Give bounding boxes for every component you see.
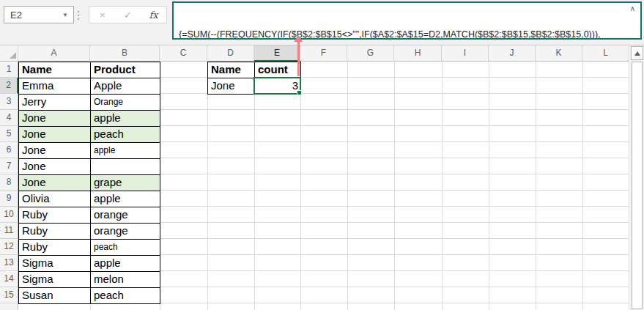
column-header-j[interactable]: J: [489, 45, 536, 62]
table-row: Rubypeach: [19, 240, 160, 256]
cell-d1[interactable]: Name: [208, 62, 255, 78]
table-row: Sigmaapple: [19, 256, 160, 272]
column-header-a[interactable]: A: [18, 45, 90, 62]
column-header-f[interactable]: F: [300, 45, 347, 62]
cell-a7[interactable]: Jone: [19, 159, 91, 175]
cell-a10[interactable]: Ruby: [19, 207, 91, 224]
column-headers: A B C D E F G H I J K L: [0, 45, 629, 62]
row-header-4[interactable]: 4: [0, 110, 18, 126]
table-row: Susanpeach: [19, 288, 160, 304]
column-header-h[interactable]: H: [394, 45, 442, 62]
name-box[interactable]: E2 ▼: [4, 6, 74, 23]
collapse-formula-bar-icon[interactable]: ∧: [630, 4, 635, 13]
formula-bar-input[interactable]: {=SUM(--(FREQUENCY(IF($B$2:$B$15<>"",IF(…: [172, 1, 642, 40]
row-header-14[interactable]: 14: [0, 271, 18, 287]
table-row: EmmaApple: [19, 78, 160, 95]
table-row: Oliviaapple: [19, 191, 160, 207]
table-row: NameProduct: [19, 62, 160, 78]
table-row: Rubyorange: [19, 224, 160, 240]
table-row: Jone3: [208, 78, 301, 95]
cell-b4[interactable]: apple: [91, 111, 160, 127]
row-header-16-partial[interactable]: [0, 303, 18, 310]
row-header-3[interactable]: 3: [0, 94, 18, 110]
cell-b5[interactable]: peach: [91, 127, 160, 143]
row-header-9[interactable]: 9: [0, 191, 18, 207]
row-header-6[interactable]: 6: [0, 142, 18, 158]
row-header-7[interactable]: 7: [0, 158, 18, 174]
cell-b14[interactable]: melon: [91, 272, 160, 288]
vertical-scrollbar[interactable]: [630, 45, 644, 310]
cell-a5[interactable]: Jone: [19, 127, 91, 143]
insert-function-icon[interactable]: fx: [141, 10, 166, 21]
row-header-2[interactable]: 2: [0, 78, 18, 94]
column-header-k[interactable]: K: [536, 45, 582, 62]
cell-b13[interactable]: apple: [91, 256, 160, 272]
names-products-table: NameProduct EmmaApple JerryOrange Joneap…: [18, 62, 160, 304]
row-header-1[interactable]: 1: [0, 62, 18, 78]
cell-a6[interactable]: Jone: [19, 143, 91, 159]
cell-b9[interactable]: apple: [91, 191, 160, 207]
row-header-15[interactable]: 15: [0, 287, 18, 303]
grip-dots-icon: [78, 10, 79, 21]
row-header-11[interactable]: 11: [0, 223, 18, 239]
cancel-icon[interactable]: ×: [89, 10, 115, 21]
cell-a2[interactable]: Emma: [19, 78, 91, 95]
select-all-corner[interactable]: [0, 45, 18, 62]
name-box-value: E2: [10, 10, 22, 21]
scrollbar-thumb[interactable]: [632, 62, 643, 309]
cell-a12[interactable]: Ruby: [19, 240, 91, 256]
column-header-i[interactable]: I: [442, 45, 489, 62]
row-header-5[interactable]: 5: [0, 126, 18, 142]
table-row: Rubyorange: [19, 207, 160, 224]
cell-a3[interactable]: Jerry: [19, 95, 91, 111]
row-header-13[interactable]: 13: [0, 255, 18, 271]
column-header-g[interactable]: G: [347, 45, 394, 62]
table-row: Namecount: [208, 62, 301, 78]
column-header-d[interactable]: D: [207, 45, 254, 62]
cell-a13[interactable]: Sigma: [19, 256, 91, 272]
table-row: Jonegrape: [19, 175, 160, 191]
cell-a4[interactable]: Jone: [19, 111, 91, 127]
cell-a9[interactable]: Olivia: [19, 191, 91, 207]
scroll-up-button[interactable]: [631, 46, 643, 60]
cell-b2[interactable]: Apple: [91, 78, 160, 95]
cell-b1[interactable]: Product: [91, 62, 160, 78]
scroll-up-icon: [634, 51, 640, 56]
formula-line-1: {=SUM(--(FREQUENCY(IF($B$2:$B$15<>"",IF(…: [179, 29, 623, 40]
cell-b15[interactable]: peach: [91, 288, 160, 304]
table-row: Joneapple: [19, 111, 160, 127]
table-row: Sigmamelon: [19, 272, 160, 288]
table-row: JerryOrange: [19, 95, 160, 111]
cell-b7[interactable]: [91, 159, 160, 175]
column-header-b[interactable]: B: [90, 45, 160, 62]
cell-b8[interactable]: grape: [91, 175, 160, 191]
cell-e2[interactable]: 3: [255, 78, 301, 95]
cell-d2[interactable]: Jone: [208, 78, 255, 95]
name-box-dropdown-icon[interactable]: ▼: [62, 12, 73, 18]
cell-a15[interactable]: Susan: [19, 288, 91, 304]
cell-b12[interactable]: peach: [91, 240, 160, 256]
cell-a8[interactable]: Jone: [19, 175, 91, 191]
table-row: Jonepeach: [19, 127, 160, 143]
cell-a14[interactable]: Sigma: [19, 272, 91, 288]
cell-b3[interactable]: Orange: [91, 95, 160, 111]
cell-e1[interactable]: count: [255, 62, 301, 78]
row-header-10[interactable]: 10: [0, 207, 18, 223]
column-header-c[interactable]: C: [160, 45, 207, 62]
count-result-table: Namecount Jone3: [207, 62, 301, 95]
formula-buttons: × ✓ fx: [89, 6, 167, 23]
column-header-e[interactable]: E: [254, 45, 300, 62]
formula-bar-chrome: E2 ▼ × ✓ fx {=SUM(--(FREQUENCY(IF($B$2:$…: [0, 0, 644, 45]
cell-a1[interactable]: Name: [19, 62, 91, 78]
row-header-8[interactable]: 8: [0, 174, 18, 191]
row-headers: 1 2 3 4 5 6 7 8 9 10 11 12 13 14 15: [0, 62, 18, 310]
table-row: Joneapple: [19, 143, 160, 159]
excel-window: E2 ▼ × ✓ fx {=SUM(--(FREQUENCY(IF($B$2:$…: [0, 0, 644, 310]
enter-icon[interactable]: ✓: [115, 10, 141, 21]
cell-b6[interactable]: apple: [91, 143, 160, 159]
column-header-l[interactable]: L: [582, 45, 629, 62]
cell-a11[interactable]: Ruby: [19, 224, 91, 240]
cell-b10[interactable]: orange: [91, 207, 160, 224]
cell-b11[interactable]: orange: [91, 224, 160, 240]
row-header-12[interactable]: 12: [0, 239, 18, 255]
